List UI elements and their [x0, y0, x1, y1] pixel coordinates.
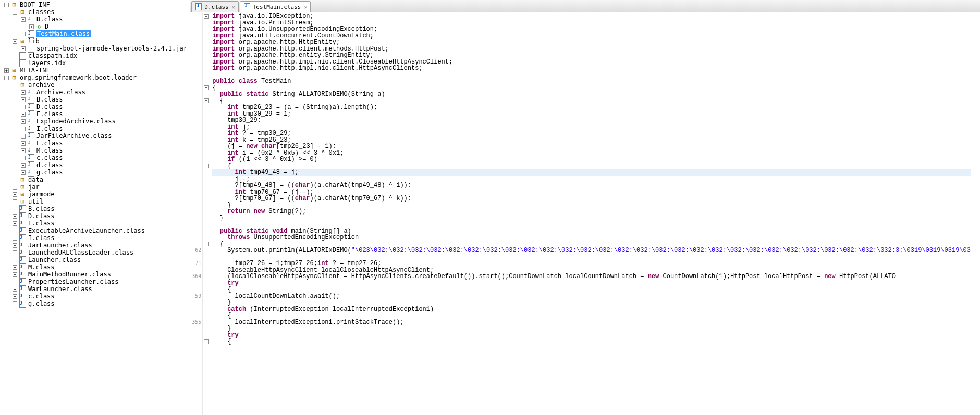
code-line[interactable]: int tmp49_48 = j; [212, 169, 971, 176]
overview-ruler[interactable] [973, 13, 980, 415]
tree-toggle[interactable]: + [13, 185, 17, 190]
editor-tab-testmain-class[interactable]: TestMain.class✕ [240, 1, 311, 12]
tree-item-propertieslauncher-class[interactable]: +PropertiesLauncher.class [0, 278, 190, 285]
tree-toggle[interactable]: − [21, 17, 26, 22]
tree-toggle[interactable]: + [13, 207, 17, 211]
tree-toggle[interactable]: + [13, 214, 17, 219]
tree-item-jarlauncher-class[interactable]: +JarLauncher.class [0, 242, 190, 249]
tree-item-jarfilearchive-class[interactable]: +JarFileArchive.class [0, 132, 190, 140]
tree-toggle[interactable]: + [13, 301, 17, 306]
code-line[interactable]: catch (InterruptedException localInterru… [212, 306, 971, 313]
tree-toggle[interactable]: + [13, 294, 17, 299]
tree-item-e-class[interactable]: +E.class [0, 110, 190, 118]
fold-gutter[interactable]: −−−−−− [203, 13, 210, 415]
tree-toggle[interactable]: + [21, 32, 26, 36]
tree-item-mainmethodrunner-class[interactable]: +MainMethodRunner.class [0, 271, 190, 278]
tree-item-org-springframework-boot-loader[interactable]: −org.springframework.boot.loader [0, 74, 190, 81]
code-line[interactable]: tmp30_29; [212, 117, 971, 124]
tree-toggle[interactable]: + [21, 141, 26, 146]
tree-item-explodedarchive-class[interactable]: +ExplodedArchive.class [0, 118, 190, 125]
tree-item-b-class[interactable]: +B.class [0, 205, 190, 212]
code-line[interactable]: int tmp26_23 = (a = (String)a).length(); [212, 104, 971, 111]
code-line[interactable]: } [212, 202, 971, 209]
tree-toggle[interactable]: + [21, 170, 26, 175]
code-line[interactable]: return new String(?); [212, 208, 971, 215]
tree-item-classes[interactable]: −classes [0, 8, 190, 16]
tree-item-meta-inf[interactable]: +META-INF [0, 67, 190, 74]
tree-toggle[interactable]: + [4, 68, 9, 73]
tree-item-jarmode[interactable]: +jarmode [0, 191, 190, 198]
code-line[interactable]: try [212, 280, 971, 287]
tree-toggle[interactable]: − [13, 83, 17, 87]
code-line[interactable]: { [212, 338, 971, 345]
code-line[interactable]: tmp27_26 = 1;tmp27_26;int ? = tmp27_26; [212, 260, 971, 267]
code-line[interactable]: throws UnsupportedEncodingException [212, 234, 971, 241]
tree-toggle[interactable]: + [13, 287, 17, 292]
tree-item-archive[interactable]: −archive [0, 81, 190, 89]
code-line[interactable]: } [212, 215, 971, 222]
code-line[interactable] [212, 72, 971, 79]
tree-toggle[interactable]: + [13, 258, 17, 262]
fold-toggle[interactable]: − [204, 164, 209, 168]
tree-item-boot-inf[interactable]: −BOOT-INF [0, 1, 190, 8]
tree-item-data[interactable]: +data [0, 176, 190, 183]
project-tree[interactable]: −BOOT-INF−classes−D.class+D+TestMain.cla… [0, 0, 190, 415]
tree-item-launchedurlclassloader-class[interactable]: +LaunchedURLClassLoader.class [0, 249, 190, 256]
tree-item-i-class[interactable]: +I.class [0, 234, 190, 242]
tree-item-g-class[interactable]: +g.class [0, 169, 190, 176]
code-line[interactable]: public static String ALLATORIxDEMO(Strin… [212, 91, 971, 98]
tree-item-util[interactable]: +util [0, 198, 190, 205]
fold-toggle[interactable]: − [204, 339, 209, 344]
code-line[interactable]: int ? = tmp30_29; [212, 130, 971, 137]
tree-toggle[interactable]: + [21, 46, 26, 51]
tree-toggle[interactable]: − [4, 76, 9, 80]
tree-toggle[interactable]: + [21, 163, 26, 168]
tree-toggle[interactable]: + [13, 280, 17, 284]
code-line[interactable]: if ((1 << 3 ^ 0x1) >= 0) [212, 156, 971, 163]
tree-toggle[interactable]: + [21, 90, 26, 95]
code-line[interactable]: { [212, 163, 971, 170]
editor-tab-d-class[interactable]: D.class✕ [191, 1, 238, 12]
code-lines[interactable]: import java.io.IOException;import java.i… [210, 13, 973, 415]
code-line[interactable]: import org.apache.http.HttpEntity; [212, 39, 971, 46]
fold-toggle[interactable]: − [204, 98, 209, 103]
code-line[interactable]: try [212, 332, 971, 339]
tree-toggle[interactable]: − [13, 39, 17, 44]
tree-toggle[interactable]: + [21, 127, 26, 131]
tree-item-d[interactable]: +D [0, 23, 190, 30]
close-icon[interactable]: ✕ [304, 4, 307, 10]
code-line[interactable] [212, 221, 971, 228]
code-line[interactable]: localCountDownLatch.await(); [212, 293, 971, 300]
tree-item-d-class[interactable]: +d.class [0, 161, 190, 169]
tree-toggle[interactable]: − [4, 3, 9, 7]
code-area[interactable]: 627136459355 −−−−−− import java.io.IOExc… [190, 12, 980, 415]
tree-item-testmain-class[interactable]: +TestMain.class [0, 30, 190, 37]
code-line[interactable]: int j; [212, 124, 971, 131]
close-icon[interactable]: ✕ [232, 4, 235, 10]
tree-toggle[interactable]: + [21, 156, 26, 160]
fold-toggle[interactable]: − [204, 85, 209, 90]
code-line[interactable]: int i = (0x2 ^ 0x5) << 3 ^ 0x1; [212, 150, 971, 157]
code-line[interactable]: import java.io.UnsupportedEncodingExcept… [212, 26, 971, 33]
tree-item-archive-class[interactable]: +Archive.class [0, 89, 190, 96]
tree-toggle[interactable]: + [29, 24, 34, 29]
code-line[interactable]: { [212, 286, 971, 293]
tree-item-c-class[interactable]: +c.class [0, 293, 190, 300]
code-line[interactable]: import org.apache.http.impl.nio.client.H… [212, 65, 971, 72]
tree-item-layers-idx[interactable]: layers.idx [0, 59, 190, 67]
tree-item-c-class[interactable]: +c.class [0, 154, 190, 161]
fold-toggle[interactable]: − [204, 14, 209, 19]
code-line[interactable]: } [212, 325, 971, 332]
tree-toggle[interactable]: + [21, 97, 26, 102]
tree-item-lib[interactable]: −lib [0, 37, 190, 45]
tree-item-b-class[interactable]: +B.class [0, 96, 190, 103]
tree-item-classpath-idx[interactable]: classpath.idx [0, 52, 190, 59]
tree-toggle[interactable]: − [13, 10, 17, 15]
code-line[interactable]: (j = new char[tmp26_23] - 1); [212, 143, 971, 150]
tree-toggle[interactable]: + [13, 221, 17, 226]
code-line[interactable]: ?[tmp70_67] = ((char)(a.charAt(tmp70_67)… [212, 195, 971, 202]
code-line[interactable]: import org.apache.http.entity.StringEnti… [212, 52, 971, 59]
code-line[interactable]: System.out.println(ALLATORIxDEMO("\023\0… [212, 247, 971, 254]
tree-item-i-class[interactable]: +I.class [0, 125, 190, 132]
tree-item-spring-boot-jarmode-layertools-2-4-1-jar[interactable]: +spring-boot-jarmode-layertools-2.4.1.ja… [0, 45, 190, 52]
